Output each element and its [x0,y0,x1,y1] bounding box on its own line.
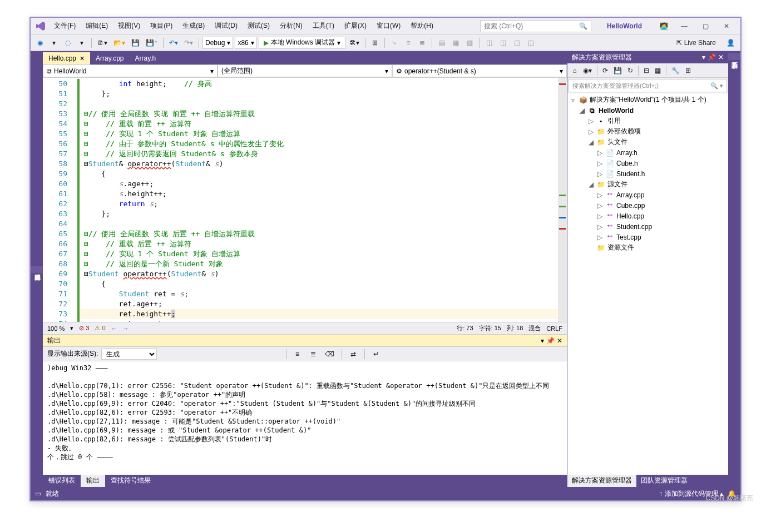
tb-icon-11[interactable]: ◫ [525,37,537,49]
nav-fwd-icon[interactable]: ◌ [62,37,74,49]
se-bottom-tab[interactable]: 解决方案资源管理器 [567,475,636,487]
se-home-icon[interactable]: ⌂ [570,66,580,76]
undo-icon[interactable]: ↶▾ [167,37,180,49]
tree-item[interactable]: ◢⧉HelloWorld [567,105,728,116]
tree-item[interactable]: ◢📁源文件 [567,179,728,190]
tree-item[interactable]: ▷⁺⁺Hello.cpp [567,211,728,221]
menu-item[interactable]: 扩展(X) [340,19,371,32]
se-back-icon[interactable]: ◉▾ [581,66,594,76]
tree-item[interactable]: ◢📁头文件 [567,137,728,147]
menu-item[interactable]: 工具(T) [308,19,339,32]
se-dropdown-icon[interactable]: ▾ [702,53,705,61]
tb-icon-2[interactable]: ⤷ [388,37,401,49]
search-box[interactable]: 🔍 [480,20,591,32]
live-share-button[interactable]: ⇱ Live Share [676,39,716,47]
nav-project-combo[interactable]: ⧉ HelloWorld▾ [43,64,218,77]
menu-item[interactable]: 生成(B) [178,19,209,32]
se-close-icon[interactable]: ✕ [718,53,724,61]
tb-icon-1[interactable]: ⊞ [369,37,381,49]
se-preview-icon[interactable]: ⊞ [683,66,693,76]
tree-item[interactable]: ▷📁外部依赖项 [567,126,728,137]
nav-back-icon[interactable]: ◉ [34,37,46,49]
tb-icon-10[interactable]: ◫ [511,37,523,49]
output-dropdown-icon[interactable]: ▾ [541,337,544,345]
zoom-label[interactable]: 100 % [47,325,65,332]
se-collapse-icon[interactable]: ⊟ [641,66,651,76]
nav-fwd-dd[interactable]: ▾ [76,37,88,49]
tb-icon-7[interactable]: ▥ [463,37,476,49]
se-showall-icon[interactable]: ▦ [653,66,663,76]
menu-item[interactable]: 项目(P) [146,19,177,32]
diagnostics-tab[interactable]: 诊断工具 [728,53,740,60]
save-all-icon[interactable]: 💾⁺ [144,37,160,49]
nav-back-small-icon[interactable]: ← [111,325,117,332]
menu-item[interactable]: 视图(V) [113,19,145,32]
menu-item[interactable]: 分析(N) [275,19,307,32]
search-input[interactable] [484,22,579,30]
document-tab[interactable]: Array.cpp [90,52,129,64]
nav-fwd-small-icon[interactable]: → [123,325,129,332]
menu-item[interactable]: 帮助(H) [406,19,438,32]
menu-item[interactable]: 编辑(E) [81,19,112,32]
nav-scope-combo[interactable]: (全局范围)▾ [218,64,392,77]
nav-member-combo[interactable]: ⚙ operator++(Student & s)▾ [392,64,567,77]
tb-icon-3[interactable]: ≡ [402,37,414,49]
tree-item[interactable]: ▷▪引用 [567,116,728,126]
attach-icon[interactable]: 🛠▾ [347,37,362,49]
tree-item[interactable]: ▿📦解决方案"HelloWorld"(1 个项目/共 1 个) [567,95,728,105]
platform-dropdown[interactable]: x86 ▾ [235,37,256,49]
close-button[interactable]: ✕ [717,20,736,32]
feedback-icon[interactable]: 🧑‍💻 [660,22,668,30]
config-dropdown[interactable]: Debug ▾ [202,37,233,49]
se-pin-icon[interactable]: 📌 [708,53,716,61]
tb-icon-8[interactable]: ◫ [483,37,495,49]
open-icon[interactable]: 📂▾ [111,37,127,49]
output-tb-icon-5[interactable]: ↵ [370,348,382,360]
maximize-button[interactable]: ▢ [696,20,715,32]
enhanced-scrollbar[interactable] [558,78,567,322]
account-icon[interactable]: 👤 [724,37,737,49]
menu-item[interactable]: 窗口(W) [372,19,405,32]
window-restore-icon[interactable]: ▭ [35,490,41,498]
bottom-tab[interactable]: 错误列表 [43,475,81,487]
se-search[interactable]: 搜索解决方案资源管理器(Ctrl+;) 🔍 ▾ [569,79,727,92]
error-count[interactable]: ⊘ 3 [79,325,89,332]
code-editor[interactable]: 5051525354555657585960616263646566676869… [43,78,567,322]
output-tb-icon-3[interactable]: ⌫ [323,348,337,360]
se-bottom-tab[interactable]: 团队资源管理器 [636,475,692,487]
new-project-icon[interactable]: 🗎▾ [95,37,110,49]
save-icon[interactable]: 💾 [129,37,142,49]
document-tab[interactable]: Hello.cpp ✕ [43,52,90,64]
tree-item[interactable]: ▷⁺⁺Cube.cpp [567,200,728,211]
tree-item[interactable]: ▷⁺⁺Student.cpp [567,221,728,232]
nav-back-dd[interactable]: ▾ [48,37,60,49]
tree-item[interactable]: ▷📄Array.h [567,147,728,158]
se-sync-icon[interactable]: ⟳ [600,66,610,76]
tb-icon-5[interactable]: ▤ [436,37,448,49]
output-text[interactable]: )ebug Win32 ———.d\Hello.cpp(70,1): error… [43,361,567,475]
tree-item[interactable]: ▷⁺⁺Test.cpp [567,232,728,242]
tree-item[interactable]: ▷📄Student.h [567,168,728,179]
tb-icon-4[interactable]: ≣ [416,37,428,49]
code-lines[interactable]: int height; // 身高 };⊟// 使用 全局函数 实现 前置 ++… [77,78,558,322]
se-save-icon[interactable]: 💾 [611,66,624,76]
menu-item[interactable]: 测试(S) [243,19,274,32]
document-tab[interactable]: Array.h [130,52,162,64]
tree-item[interactable]: 📁资源文件 [567,242,728,253]
tree-item[interactable]: ▷⁺⁺Array.cpp [567,190,728,200]
solution-tree[interactable]: ▿📦解决方案"HelloWorld"(1 个项目/共 1 个)◢⧉HelloWo… [567,93,728,475]
toolbox-tab[interactable]: 工具箱 [31,266,32,273]
bottom-tab[interactable]: 输出 [81,475,105,487]
output-tb-icon-1[interactable]: ≡ [291,348,304,360]
bottom-tab[interactable]: 查找符号结果 [105,475,156,487]
start-debug-button[interactable]: ▶本地 Windows 调试器 ▾ [259,37,345,49]
output-tb-icon-4[interactable]: ⇄ [347,348,359,360]
output-pin-icon[interactable]: 📌 [546,337,555,345]
tb-icon-6[interactable]: ▦ [449,37,462,49]
warning-count[interactable]: ⚠ 0 [95,325,105,332]
se-refresh-icon[interactable]: ↻ [625,66,635,76]
tree-item[interactable]: ▷📄Cube.h [567,158,728,168]
minimize-button[interactable]: — [675,20,694,32]
server-explorer-tab[interactable]: 服务器资源管理器 [32,266,43,273]
menu-item[interactable]: 调试(D) [210,19,242,32]
